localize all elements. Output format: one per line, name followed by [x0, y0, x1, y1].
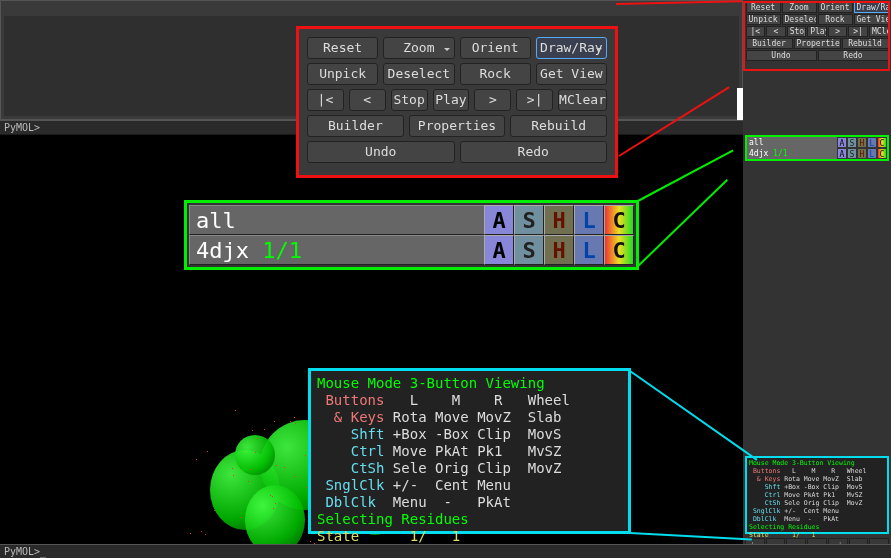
--button[interactable]: >|: [516, 89, 553, 111]
get-view-button[interactable]: Get View: [536, 63, 607, 85]
properties-button[interactable]: Properties: [409, 115, 506, 137]
mouse-info-small: Mouse Mode 3-Button Viewing Buttons L M …: [745, 456, 889, 534]
ashlc-a-button[interactable]: A: [484, 205, 514, 235]
properties-button[interactable]: Properties: [794, 38, 841, 49]
rock-button[interactable]: Rock: [460, 63, 531, 85]
--button[interactable]: >|: [848, 26, 868, 37]
object-panel-small: allASHLC4djx 1/1ASHLC: [745, 135, 889, 161]
ashlc-l-button[interactable]: L: [574, 205, 604, 235]
zoom-button[interactable]: Zoom: [383, 37, 454, 59]
orient-button[interactable]: Orient: [460, 37, 531, 59]
redo-button[interactable]: Redo: [460, 141, 608, 163]
redo-button[interactable]: Redo: [818, 50, 889, 61]
ashlc-h-button[interactable]: H: [544, 235, 574, 265]
deselect-button[interactable]: Deselect: [383, 63, 454, 85]
--button[interactable]: >: [474, 89, 511, 111]
reset-button[interactable]: Reset: [746, 2, 781, 13]
undo-button[interactable]: Undo: [307, 141, 455, 163]
ashlc-s-button[interactable]: S: [514, 205, 544, 235]
mclear-button[interactable]: MClear: [558, 89, 607, 111]
get-view-button[interactable]: Get View: [854, 14, 889, 25]
zoom-button[interactable]: Zoom: [782, 2, 817, 13]
mouse-info-zoom: Mouse Mode 3-Button Viewing Buttons L M …: [308, 368, 631, 534]
command-toolbar-zoom: ResetZoomOrientDraw/RayUnpickDeselectRoc…: [296, 26, 618, 178]
ashlc-h-button[interactable]: H: [857, 137, 867, 148]
ashlc-a-button[interactable]: A: [837, 148, 847, 159]
ashlc-s-button[interactable]: S: [847, 137, 857, 148]
ashlc-s-button[interactable]: S: [514, 235, 544, 265]
unpick-button[interactable]: Unpick: [746, 14, 781, 25]
ashlc-a-button[interactable]: A: [837, 137, 847, 148]
--button[interactable]: >: [828, 26, 848, 37]
draw-ray-button[interactable]: Draw/Ray: [854, 2, 889, 13]
object-row-all[interactable]: allASHLC: [189, 205, 634, 235]
rebuild-button[interactable]: Rebuild: [510, 115, 607, 137]
object-panel-zoom: allASHLC4djx 1/1ASHLC: [184, 200, 639, 270]
reset-button[interactable]: Reset: [307, 37, 378, 59]
mclear-button[interactable]: MClear: [869, 26, 889, 37]
deselect-button[interactable]: Deselect: [782, 14, 817, 25]
ashlc-c-button[interactable]: C: [604, 205, 634, 235]
ashlc-l-button[interactable]: L: [574, 235, 604, 265]
ashlc-l-button[interactable]: L: [867, 148, 877, 159]
ashlc-c-button[interactable]: C: [877, 148, 887, 159]
stop-button[interactable]: Stop: [787, 26, 807, 37]
object-row-4djx[interactable]: 4djx 1/1ASHLC: [747, 148, 887, 159]
builder-button[interactable]: Builder: [746, 38, 793, 49]
rock-button[interactable]: Rock: [818, 14, 853, 25]
object-row-all[interactable]: allASHLC: [747, 137, 887, 148]
rebuild-button[interactable]: Rebuild: [842, 38, 889, 49]
--button[interactable]: |<: [746, 26, 766, 37]
undo-button[interactable]: Undo: [746, 50, 817, 61]
ashlc-h-button[interactable]: H: [544, 205, 574, 235]
ashlc-c-button[interactable]: C: [604, 235, 634, 265]
ashlc-l-button[interactable]: L: [867, 137, 877, 148]
draw-ray-button[interactable]: Draw/Ray: [536, 37, 607, 59]
--button[interactable]: <: [766, 26, 786, 37]
ashlc-c-button[interactable]: C: [877, 137, 887, 148]
ashlc-a-button[interactable]: A: [484, 235, 514, 265]
play-button[interactable]: Play: [433, 89, 470, 111]
orient-button[interactable]: Orient: [818, 2, 853, 13]
ashlc-h-button[interactable]: H: [857, 148, 867, 159]
unpick-button[interactable]: Unpick: [307, 63, 378, 85]
play-button[interactable]: Play: [807, 26, 827, 37]
builder-button[interactable]: Builder: [307, 115, 404, 137]
--button[interactable]: <: [349, 89, 386, 111]
object-row-4djx[interactable]: 4djx 1/1ASHLC: [189, 235, 634, 265]
pymol-prompt-bottom[interactable]: PyMOL>_: [0, 544, 891, 558]
stop-button[interactable]: Stop: [391, 89, 428, 111]
command-toolbar-small: ResetZoomOrientDraw/RayUnpickDeselectRoc…: [745, 2, 889, 62]
ashlc-s-button[interactable]: S: [847, 148, 857, 159]
--button[interactable]: |<: [307, 89, 344, 111]
